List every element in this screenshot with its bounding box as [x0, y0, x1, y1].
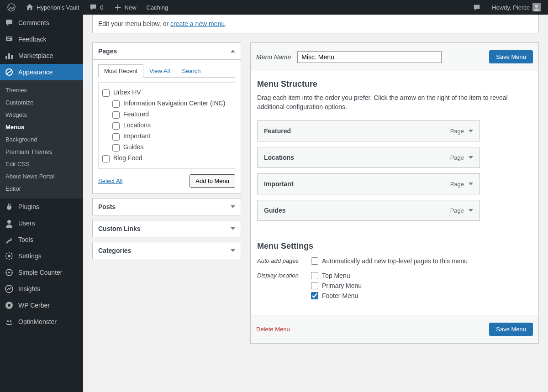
comment-icon [89, 3, 97, 11]
notifications-icon[interactable] [469, 3, 485, 11]
display-location-option[interactable]: Top Menu [311, 272, 362, 279]
location-checkbox[interactable] [311, 282, 318, 289]
page-checkbox[interactable] [102, 89, 110, 97]
tab-view-all[interactable]: View All [143, 64, 176, 78]
sidebar-sub-background[interactable]: Background [0, 133, 83, 146]
categories-metabox: Categories [92, 242, 241, 259]
location-checkbox[interactable] [311, 272, 318, 279]
sidebar-item-marketplace[interactable]: Marketplace [0, 47, 83, 64]
howdy-link[interactable]: Howdy, Pierce [488, 3, 544, 11]
menu-item-title: Guides [264, 207, 285, 214]
page-item[interactable]: Important [112, 131, 231, 142]
sidebar-item-appearance[interactable]: Appearance [0, 64, 83, 80]
page-item[interactable]: Urbex HV [102, 87, 231, 98]
delete-menu-link[interactable]: Delete Menu [256, 326, 290, 333]
wp-logo[interactable] [4, 3, 19, 11]
sidebar-item-optinmonster[interactable]: OptinMonster [0, 314, 83, 330]
page-checkbox[interactable] [112, 133, 120, 141]
expand-down-icon [469, 209, 473, 212]
pages-metabox-toggle[interactable]: Pages [93, 43, 241, 60]
page-checkbox[interactable] [102, 155, 110, 162]
sidebar-sub-premium[interactable]: Premium Themes [0, 146, 83, 158]
sidebar-item-tools[interactable]: Tools [0, 231, 83, 248]
display-location-option[interactable]: Primary Menu [311, 282, 362, 289]
page-item[interactable]: Locations [112, 120, 231, 131]
sidebar-item-settings[interactable]: Settings [0, 248, 83, 264]
new-link[interactable]: New [110, 3, 140, 11]
tab-most-recent[interactable]: Most Recent [98, 64, 143, 78]
menu-item[interactable]: GuidesPage [257, 200, 480, 221]
main-content: Edit your menu below, or create a new me… [83, 0, 548, 362]
custom-links-metabox-toggle[interactable]: Custom Links [93, 220, 241, 237]
svg-rect-4 [7, 39, 10, 40]
page-item[interactable]: Blog Feed [102, 153, 231, 164]
pages-tabs: Most Recent View All Search [98, 64, 235, 78]
appearance-icon [5, 68, 14, 77]
sidebar-item-feedback[interactable]: Feedback [0, 31, 83, 47]
auto-add-checkbox-row[interactable]: Automatically add new top-level pages to… [311, 257, 468, 265]
menu-editor: Menu Name Save Menu Menu Structure Drag … [250, 42, 539, 344]
pages-metabox: Pages Most Recent View All Search Urbex … [92, 42, 241, 193]
menu-item-type: Page [450, 207, 464, 214]
posts-metabox-toggle[interactable]: Posts [93, 199, 241, 215]
menu-item[interactable]: LocationsPage [257, 147, 480, 168]
settings-icon [5, 251, 14, 261]
auto-add-checkbox[interactable] [311, 257, 318, 265]
expand-down-icon [469, 156, 473, 159]
sidebar-item-simplecounter[interactable]: Simple Counter [0, 264, 83, 281]
page-item[interactable]: Featured [112, 109, 231, 120]
sidebar-item-comments[interactable]: Comments [0, 15, 83, 31]
svg-point-9 [8, 272, 10, 273]
menu-item-type: Page [450, 181, 464, 188]
select-all-link[interactable]: Select All [98, 178, 122, 184]
sidebar-sub-editor[interactable]: Editor [0, 183, 83, 195]
sidebar-sub-editcss[interactable]: Edit CSS [0, 158, 83, 170]
page-item[interactable]: Information Navigation Center (INC) [112, 98, 231, 109]
page-item[interactable]: Guides [112, 142, 231, 153]
create-new-menu-link[interactable]: create a new menu [170, 20, 225, 27]
save-menu-bottom-button[interactable]: Save Menu [489, 323, 533, 336]
sidebar-item-users[interactable]: Users [0, 215, 83, 231]
custom-links-metabox: Custom Links [92, 220, 241, 237]
save-menu-top-button[interactable]: Save Menu [489, 50, 533, 63]
users-icon [5, 219, 14, 228]
categories-metabox-toggle[interactable]: Categories [93, 242, 241, 259]
comments-link[interactable]: 0 [85, 3, 107, 11]
display-location-option[interactable]: Footer Menu [311, 292, 362, 299]
site-link[interactable]: Hyperion's Vault [22, 3, 83, 11]
sidebar-sub-themes[interactable]: Themes [0, 84, 83, 96]
collapse-up-icon [231, 50, 235, 52]
svg-point-7 [8, 255, 11, 257]
sidebar-sub-customize[interactable]: Customize [0, 96, 83, 109]
expand-down-icon [231, 205, 235, 208]
plus-icon [114, 3, 122, 11]
insights-icon [5, 284, 14, 293]
simplecounter-icon [5, 268, 14, 277]
menu-item[interactable]: ImportantPage [257, 173, 480, 194]
svg-point-13 [7, 320, 9, 322]
page-checkbox[interactable] [112, 122, 120, 130]
plugins-icon [5, 202, 14, 211]
sidebar-item-insights[interactable]: Insights [0, 281, 83, 297]
expand-down-icon [469, 130, 473, 132]
sidebar-sub-aboutnp[interactable]: About News Portal [0, 170, 83, 183]
wpcerber-icon [5, 301, 14, 310]
add-to-menu-button[interactable]: Add to Menu [190, 174, 235, 188]
edit-notice: Edit your menu below, or create a new me… [92, 15, 539, 33]
admin-bar: Hyperion's Vault 0 New Caching Howdy, Pi… [0, 0, 548, 15]
menu-item[interactable]: FeaturedPage [257, 120, 480, 141]
page-checkbox[interactable] [112, 144, 120, 152]
menu-name-input[interactable] [297, 51, 442, 63]
avatar [532, 3, 541, 11]
site-name: Hyperion's Vault [37, 4, 79, 11]
page-checkbox[interactable] [112, 111, 120, 119]
tab-search[interactable]: Search [176, 64, 206, 78]
sidebar-item-plugins[interactable]: Plugins [0, 199, 83, 215]
sidebar-sub-widgets[interactable]: Widgets [0, 109, 83, 121]
caching-link[interactable]: Caching [143, 4, 172, 11]
location-checkbox[interactable] [311, 292, 318, 299]
menu-item-title: Locations [264, 154, 294, 161]
page-checkbox[interactable] [112, 100, 120, 108]
sidebar-sub-menus[interactable]: Menus [0, 121, 83, 133]
sidebar-item-wpcerber[interactable]: WP Cerber [0, 297, 83, 314]
